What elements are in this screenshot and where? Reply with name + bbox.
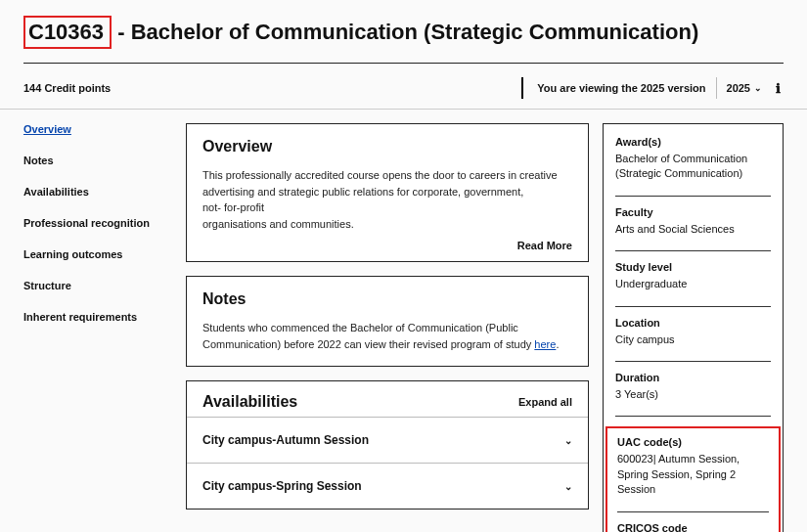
availability-label: City campus-Spring Session	[202, 479, 362, 493]
award-label: Award(s)	[615, 136, 771, 148]
faculty-value: Arts and Social Sciences	[615, 222, 771, 237]
version-year: 2025	[727, 82, 750, 94]
divider	[0, 109, 807, 110]
location-value: City campus	[615, 332, 771, 347]
sidebar-nav: Overview Notes Availabilities Profession…	[23, 123, 172, 532]
overview-heading: Overview	[202, 138, 572, 155]
nav-notes[interactable]: Notes	[23, 155, 172, 166]
divider	[23, 63, 784, 64]
notes-heading: Notes	[202, 290, 572, 308]
nav-structure[interactable]: Structure	[23, 280, 172, 291]
page-title: C10363 - Bachelor of Communication (Stra…	[23, 16, 784, 49]
chevron-down-icon: ⌄	[564, 481, 572, 492]
version-year-dropdown[interactable]: 2025 ⌄	[727, 82, 762, 94]
credit-points: 144 Credit points	[23, 82, 111, 94]
divider	[615, 416, 771, 417]
info-icon[interactable]: ℹ	[772, 82, 784, 94]
highlighted-codes: UAC code(s) 600023| Autumn Session, Spri…	[605, 426, 781, 532]
main-content: Overview This professionally accredited …	[186, 123, 589, 532]
location-label: Location	[615, 317, 771, 329]
info-sidebar: Award(s) Bachelor of Communication (Stra…	[603, 123, 784, 532]
overview-text: This professionally accredited course op…	[202, 167, 572, 232]
availability-item-autumn[interactable]: City campus-Autumn Session ⌄	[187, 417, 588, 463]
nav-professional-recognition[interactable]: Professional recognition	[23, 217, 172, 229]
availability-label: City campus-Autumn Session	[202, 433, 369, 447]
chevron-down-icon: ⌄	[754, 83, 762, 93]
availabilities-panel: Availabilities Expand all City campus-Au…	[186, 380, 589, 510]
notes-text: Students who commenced the Bachelor of C…	[202, 320, 572, 352]
chevron-down-icon: ⌄	[564, 435, 572, 446]
uac-label: UAC code(s)	[617, 436, 769, 448]
study-level-label: Study level	[615, 261, 771, 273]
cricos-label: CRICOS code	[617, 522, 769, 532]
study-level-value: Undergraduate	[615, 277, 771, 291]
overview-panel: Overview This professionally accredited …	[186, 123, 589, 262]
divider	[615, 306, 771, 307]
uac-value: 600023| Autumn Session, Spring Session, …	[617, 452, 769, 497]
notes-panel: Notes Students who commenced the Bachelo…	[186, 276, 589, 367]
faculty-label: Faculty	[615, 206, 771, 218]
read-more-button[interactable]: Read More	[517, 240, 572, 251]
divider	[615, 361, 771, 362]
divider	[617, 511, 769, 512]
divider	[615, 196, 771, 197]
availabilities-heading: Availabilities	[202, 393, 297, 411]
award-value: Bachelor of Communication (Strategic Com…	[615, 152, 771, 182]
availability-item-spring[interactable]: City campus-Spring Session ⌄	[187, 463, 588, 509]
nav-learning-outcomes[interactable]: Learning outcomes	[23, 248, 172, 260]
course-code: C10363	[23, 16, 112, 49]
duration-label: Duration	[615, 372, 771, 383]
nav-availabilities[interactable]: Availabilities	[23, 186, 172, 198]
divider	[716, 77, 717, 99]
version-selector: You are viewing the 2025 version 2025 ⌄ …	[521, 77, 784, 99]
course-name: - Bachelor of Communication (Strategic C…	[112, 20, 698, 44]
nav-overview[interactable]: Overview	[23, 123, 172, 135]
expand-all-button[interactable]: Expand all	[518, 396, 572, 408]
duration-value: 3 Year(s)	[615, 387, 771, 402]
notes-link-here[interactable]: here	[534, 338, 556, 350]
divider	[615, 250, 771, 251]
version-label: You are viewing the 2025 version	[537, 82, 705, 94]
nav-inherent-requirements[interactable]: Inherent requirements	[23, 311, 172, 323]
